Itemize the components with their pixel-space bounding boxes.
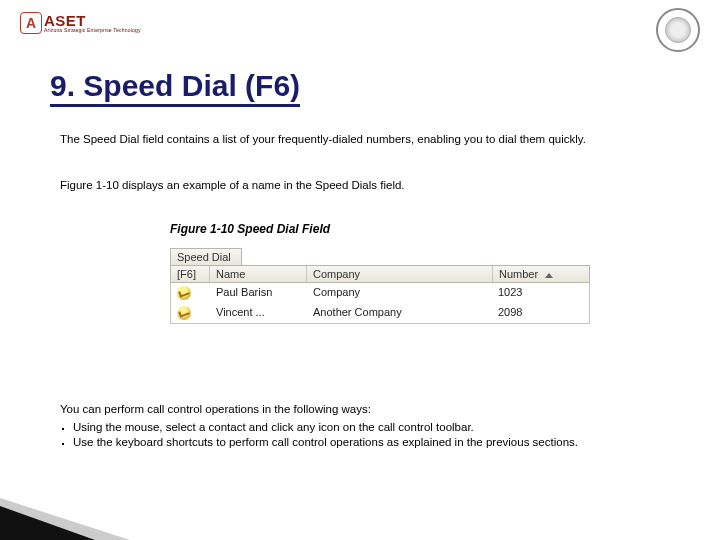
table-row[interactable]: Vincent ... Another Company 2098: [171, 303, 589, 323]
panel-body: Paul Barisn Company 1023 Vincent ... Ano…: [170, 283, 590, 324]
speed-dial-panel: Speed Dial [F6] Name Company Number Paul…: [170, 248, 590, 324]
contact-icon: [177, 286, 191, 300]
list-item: Use the keyboard shortcuts to perform ca…: [62, 435, 670, 451]
contact-icon: [177, 306, 191, 320]
figure-reference-paragraph: Figure 1-10 displays an example of a nam…: [60, 178, 670, 194]
aset-logo-sub: Arizona Strategic Enterprise Technology: [44, 28, 141, 33]
aset-logo: A ASET Arizona Strategic Enterprise Tech…: [20, 12, 700, 34]
column-header-name[interactable]: Name: [210, 266, 307, 282]
figure-caption: Figure 1-10 Speed Dial Field: [170, 222, 330, 236]
column-header-company[interactable]: Company: [307, 266, 493, 282]
row-name-cell: Paul Barisn: [210, 283, 307, 303]
panel-column-headers: [F6] Name Company Number: [170, 265, 590, 283]
page-title: 9. Speed Dial (F6): [50, 70, 300, 107]
row-company-cell: Another Company: [307, 303, 470, 323]
column-header-number[interactable]: Number: [493, 266, 589, 282]
page-header: A ASET Arizona Strategic Enterprise Tech…: [20, 12, 700, 46]
state-seal-icon: [656, 8, 700, 52]
table-row[interactable]: Paul Barisn Company 1023: [171, 283, 589, 303]
row-company-cell: Company: [307, 283, 470, 303]
state-seal-inner: [665, 17, 691, 43]
column-header-shortcut[interactable]: [F6]: [171, 266, 210, 282]
aset-logo-word: ASET: [44, 13, 141, 28]
intro-paragraph: The Speed Dial field contains a list of …: [60, 132, 670, 148]
panel-title: Speed Dial: [170, 248, 242, 265]
row-icon-cell: [171, 283, 210, 303]
list-item: Using the mouse, select a contact and cl…: [62, 420, 670, 436]
sort-ascending-icon: [545, 273, 553, 278]
column-header-number-label: Number: [499, 268, 538, 280]
corner-decoration-front: [0, 506, 95, 540]
operations-section: You can perform call control operations …: [60, 402, 670, 451]
operations-intro: You can perform call control operations …: [60, 403, 371, 415]
aset-logo-text: ASET Arizona Strategic Enterprise Techno…: [44, 13, 141, 33]
aset-logo-letter: A: [26, 15, 36, 31]
row-number-cell: 1023: [470, 283, 589, 303]
row-number-cell: 2098: [470, 303, 589, 323]
row-name-cell: Vincent ...: [210, 303, 307, 323]
aset-logo-mark: A: [20, 12, 42, 34]
operations-bullets: Using the mouse, select a contact and cl…: [60, 420, 670, 451]
row-icon-cell: [171, 303, 210, 323]
